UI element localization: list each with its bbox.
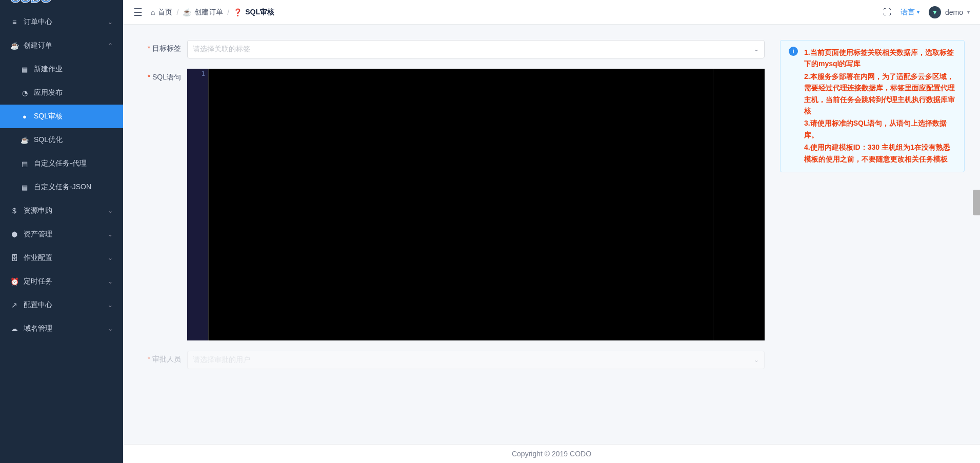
avatar: ▼ bbox=[929, 6, 941, 18]
editor-body[interactable] bbox=[209, 69, 765, 340]
sidebar-item-sql-optimize[interactable]: ☕SQL优化 bbox=[0, 128, 123, 152]
approver-label: 审批人员 bbox=[138, 351, 187, 364]
editor-gutter: 1 bbox=[187, 69, 209, 340]
breadcrumb-label: 创建订单 bbox=[194, 8, 223, 17]
sidebar-item-create-order[interactable]: ☕创建订单 ⌃ bbox=[0, 34, 123, 57]
chevron-down-icon: ⌄ bbox=[754, 356, 759, 364]
list-icon: ≡ bbox=[10, 18, 18, 26]
home-icon: ⌂ bbox=[151, 8, 155, 16]
sidebar-item-label: 资产管理 bbox=[24, 230, 52, 239]
drawer-handle[interactable] bbox=[973, 190, 980, 215]
breadcrumb-current: ❓ SQL审核 bbox=[233, 8, 274, 17]
alert-line: 2.本服务多部署在内网，为了适配多云多区域，需要经过代理连接数据库，标签里面应配… bbox=[804, 71, 956, 117]
dot-icon: ● bbox=[21, 113, 29, 120]
sidebar-item-label: 自定义任务-JSON bbox=[34, 183, 91, 192]
dollar-icon: $ bbox=[10, 207, 18, 215]
sidebar-item-job-config[interactable]: 🗄作业配置 ⌄ bbox=[0, 246, 123, 270]
sidebar-item-app-publish[interactable]: ◔应用发布 bbox=[0, 81, 123, 105]
approver-select[interactable]: 请选择审批的用户 ⌄ bbox=[187, 351, 765, 369]
line-number: 1 bbox=[187, 70, 205, 77]
sql-editor[interactable]: 1 bbox=[187, 69, 765, 340]
menu-toggle-icon[interactable]: ☰ bbox=[133, 6, 143, 18]
clipboard-icon: ▤ bbox=[21, 184, 29, 191]
target-tag-label: 目标标签 bbox=[138, 40, 187, 53]
chevron-down-icon: ⌄ bbox=[108, 254, 113, 261]
sidebar-item-custom-agent[interactable]: ▤自定义任务-代理 bbox=[0, 152, 123, 175]
sidebar-item-domain[interactable]: ☁域名管理 ⌄ bbox=[0, 317, 123, 340]
breadcrumb-home[interactable]: ⌂ 首页 bbox=[151, 8, 172, 17]
sidebar: CODO ≡订单中心 ⌄ ☕创建订单 ⌃ ▤新建作业 ◔应用发布 ●SQL审核 … bbox=[0, 0, 123, 463]
sidebar-item-label: 创建订单 bbox=[24, 41, 52, 50]
fullscreen-icon[interactable]: ⛶ bbox=[883, 8, 891, 17]
breadcrumb: ⌂ 首页 / ☕ 创建订单 / ❓ SQL审核 bbox=[151, 8, 274, 17]
sidebar-item-label: 新建作业 bbox=[34, 65, 63, 74]
info-alert: i 1.当前页面使用标签关联相关数据库，选取标签下的mysql的写库 2.本服务… bbox=[780, 40, 965, 172]
chevron-down-icon: ⌄ bbox=[754, 46, 759, 53]
alert-line: 4.使用内建模板ID：330 主机组为1在没有熟悉模板的使用之前，不要随意更改相… bbox=[804, 142, 956, 165]
chevron-down-icon: ⌄ bbox=[108, 231, 113, 238]
sidebar-item-label: 应用发布 bbox=[34, 88, 63, 97]
cloud-icon: ☁ bbox=[10, 325, 18, 333]
sidebar-item-orders[interactable]: ≡订单中心 ⌄ bbox=[0, 10, 123, 34]
deploy-icon: ◔ bbox=[21, 89, 29, 97]
sidebar-item-label: 订单中心 bbox=[24, 17, 52, 27]
alert-line: 3.请使用标准的SQL语句，从语句上选择数据库。 bbox=[804, 117, 956, 140]
select-placeholder: 请选择审批的用户 bbox=[193, 355, 250, 365]
sidebar-item-custom-json[interactable]: ▤自定义任务-JSON bbox=[0, 175, 123, 199]
breadcrumb-label: 首页 bbox=[158, 8, 172, 17]
sidebar-item-label: 作业配置 bbox=[24, 253, 52, 263]
breadcrumb-label: SQL审核 bbox=[245, 8, 274, 17]
chevron-down-icon: ▾ bbox=[967, 9, 970, 15]
language-label: 语言 bbox=[901, 8, 915, 17]
target-tag-select[interactable]: 请选择关联的标签 ⌄ bbox=[187, 40, 765, 58]
sidebar-item-config-center[interactable]: ↗配置中心 ⌄ bbox=[0, 293, 123, 317]
cube-icon: ⬢ bbox=[10, 230, 18, 238]
sidebar-item-label: 定时任务 bbox=[24, 277, 52, 286]
clock-icon: ⏰ bbox=[10, 277, 18, 286]
logo: CODO bbox=[0, 0, 123, 10]
drawer-icon: 🗄 bbox=[10, 254, 18, 262]
sidebar-item-resource[interactable]: $资源申购 ⌄ bbox=[0, 199, 123, 223]
chevron-down-icon: ⌄ bbox=[108, 207, 113, 214]
question-icon: ❓ bbox=[233, 8, 242, 16]
cup-icon: ☕ bbox=[183, 8, 191, 16]
info-icon: i bbox=[789, 47, 798, 56]
chevron-down-icon: ⌄ bbox=[108, 18, 113, 26]
sidebar-item-cron[interactable]: ⏰定时任务 ⌄ bbox=[0, 270, 123, 293]
sidebar-item-label: 配置中心 bbox=[24, 300, 52, 310]
user-menu[interactable]: ▼ demo ▾ bbox=[929, 6, 970, 18]
clipboard-icon: ▤ bbox=[21, 66, 29, 73]
language-dropdown[interactable]: 语言 ▾ bbox=[901, 8, 919, 17]
select-placeholder: 请选择关联的标签 bbox=[193, 45, 250, 54]
sidebar-item-label: SQL优化 bbox=[34, 135, 63, 145]
sidebar-item-label: SQL审核 bbox=[34, 112, 63, 121]
header: ☰ ⌂ 首页 / ☕ 创建订单 / ❓ SQL审核 bbox=[123, 0, 980, 25]
sidebar-item-new-job[interactable]: ▤新建作业 bbox=[0, 57, 123, 81]
username: demo bbox=[945, 8, 963, 16]
sidebar-item-sql-audit[interactable]: ●SQL审核 bbox=[0, 105, 123, 128]
chevron-up-icon: ⌃ bbox=[108, 42, 113, 49]
arrow-icon: ↗ bbox=[10, 301, 18, 309]
footer: Copyright © 2019 CODO bbox=[123, 444, 980, 463]
sidebar-item-label: 资源申购 bbox=[24, 206, 52, 215]
sql-label: SQL语句 bbox=[138, 69, 187, 82]
clipboard-icon: ▤ bbox=[21, 160, 29, 168]
chevron-down-icon: ⌄ bbox=[108, 301, 113, 309]
chevron-down-icon: ⌄ bbox=[108, 278, 113, 285]
cup-icon: ☕ bbox=[10, 42, 18, 50]
cup-icon: ☕ bbox=[21, 136, 29, 144]
alert-line: 1.当前页面使用标签关联相关数据库，选取标签下的mysql的写库 bbox=[804, 47, 956, 70]
sidebar-item-label: 自定义任务-代理 bbox=[34, 159, 87, 168]
breadcrumb-create-order[interactable]: ☕ 创建订单 bbox=[183, 8, 223, 17]
sidebar-item-assets[interactable]: ⬢资产管理 ⌄ bbox=[0, 223, 123, 246]
chevron-down-icon: ⌄ bbox=[108, 325, 113, 332]
chevron-down-icon: ▾ bbox=[917, 9, 919, 15]
sidebar-item-label: 域名管理 bbox=[24, 324, 52, 333]
editor-ruler bbox=[713, 69, 713, 340]
